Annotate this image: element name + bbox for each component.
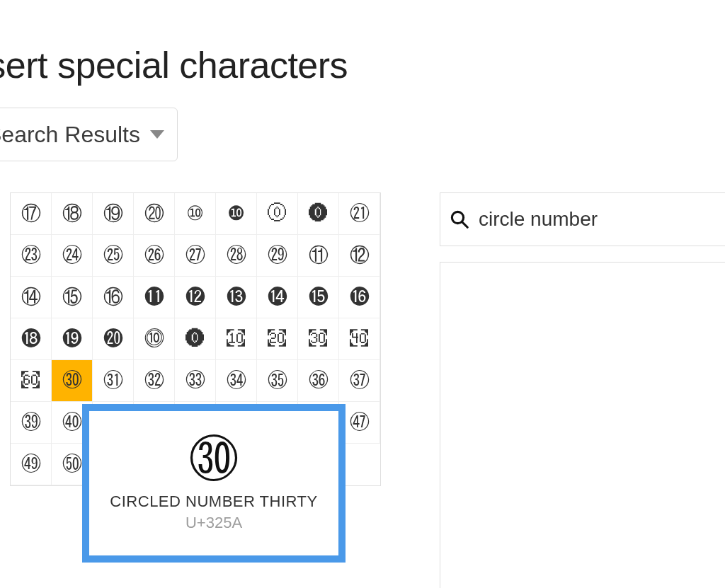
preview-name: CIRCLED NUMBER THIRTY: [110, 492, 317, 511]
character-cell[interactable]: ⑲: [93, 193, 134, 235]
character-cell[interactable]: ㉟: [257, 360, 298, 402]
character-cell[interactable]: ㉓: [11, 235, 52, 277]
drawing-pad[interactable]: [440, 262, 725, 588]
character-cell[interactable]: ⑪: [298, 235, 339, 277]
character-cell[interactable]: ㊾: [11, 444, 52, 485]
character-cell[interactable]: ㉔: [52, 235, 93, 277]
character-cell[interactable]: ⓲: [11, 318, 52, 360]
character-cell[interactable]: ⑱: [52, 193, 93, 235]
character-cell[interactable]: ⓿: [175, 318, 216, 360]
search-input[interactable]: [477, 207, 725, 231]
chevron-down-icon: [150, 130, 164, 139]
character-cell[interactable]: ㉜: [134, 360, 175, 402]
character-cell[interactable]: ㊱: [298, 360, 339, 402]
character-cell[interactable]: ⑯: [93, 277, 134, 318]
preview-code: U+325A: [185, 514, 242, 532]
character-cell[interactable]: ⑭: [11, 277, 52, 318]
character-cell[interactable]: ⓭: [216, 277, 257, 318]
character-cell[interactable]: ㉚: [52, 360, 93, 402]
character-cell[interactable]: ㉝: [175, 360, 216, 402]
character-cell[interactable]: ㉕: [93, 235, 134, 277]
character-preview: ㉚ CIRCLED NUMBER THIRTY U+325A: [82, 404, 346, 563]
character-cell[interactable]: ㉋: [339, 318, 380, 360]
character-cell[interactable]: ⑳: [134, 193, 175, 235]
character-cell[interactable]: ⑮: [52, 277, 93, 318]
character-cell[interactable]: ⓯: [298, 277, 339, 318]
character-cell[interactable]: ㉙: [257, 235, 298, 277]
character-cell[interactable]: 🄌: [298, 193, 339, 235]
character-cell[interactable]: ㉊: [298, 318, 339, 360]
character-cell[interactable]: ⑫: [339, 235, 380, 277]
character-cell[interactable]: ⑩: [175, 193, 216, 235]
character-cell[interactable]: ⓾: [134, 318, 175, 360]
character-cell[interactable]: ㉗: [175, 235, 216, 277]
search-icon: [449, 209, 470, 230]
character-cell[interactable]: ⓴: [93, 318, 134, 360]
character-cell[interactable]: ㉞: [216, 360, 257, 402]
character-cell[interactable]: ⓳: [52, 318, 93, 360]
character-cell[interactable]: ❿: [216, 193, 257, 235]
character-cell[interactable]: ㊲: [339, 360, 380, 402]
character-cell[interactable]: ㉘: [216, 235, 257, 277]
character-cell[interactable]: ⑰: [11, 193, 52, 235]
character-cell[interactable]: ⓫: [134, 277, 175, 318]
character-cell[interactable]: ㉉: [257, 318, 298, 360]
character-cell[interactable]: 🄋: [257, 193, 298, 235]
character-cell[interactable]: ㉈: [216, 318, 257, 360]
svg-line-1: [462, 222, 468, 228]
character-cell[interactable]: ⓰: [339, 277, 380, 318]
page-title: Insert special characters: [0, 44, 348, 86]
character-cell[interactable]: ㊴: [11, 402, 52, 444]
character-cell[interactable]: ⓬: [175, 277, 216, 318]
preview-glyph: ㉚: [189, 434, 239, 484]
dropdown-label: Search Results: [0, 122, 140, 148]
character-cell[interactable]: ㉑: [339, 193, 380, 235]
character-cell[interactable]: ㉖: [134, 235, 175, 277]
character-cell[interactable]: ⓮: [257, 277, 298, 318]
character-cell[interactable]: ㉍: [11, 360, 52, 402]
search-box[interactable]: [440, 192, 725, 246]
category-dropdown[interactable]: Search Results: [0, 108, 178, 161]
character-cell[interactable]: ㉛: [93, 360, 134, 402]
